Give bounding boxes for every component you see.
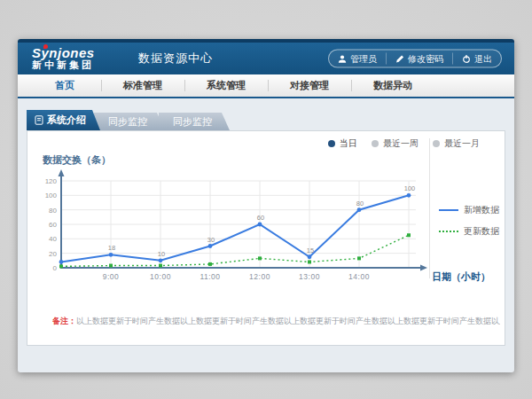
chart-panel: 当日 最近一周 最近一月 数据交换（条） 0204060801001209:00…	[27, 130, 505, 346]
document-icon	[35, 115, 43, 125]
svg-text:13:00: 13:00	[299, 272, 320, 281]
legend-updated-data[interactable]: 更新数据	[439, 225, 499, 238]
tab-sync-monitor-2[interactable]: 同步监控	[159, 113, 230, 130]
svg-text:30: 30	[207, 236, 215, 244]
company-logo: Synjones 新中新集团	[32, 46, 124, 70]
filter-today-label: 当日	[340, 137, 357, 150]
nav-item-standard-mgmt[interactable]: 标准管理	[101, 74, 184, 97]
change-password-button[interactable]: 修改密码	[386, 53, 452, 65]
current-user-label: 管理员	[350, 52, 377, 65]
page-title: 数据资源中心	[138, 51, 213, 66]
main-nav: 首页 标准管理 系统管理 对接管理 数据异动	[18, 74, 514, 98]
user-menu: 管理员 修改密码 退出	[328, 50, 502, 68]
user-icon	[338, 54, 347, 63]
tab-system-intro-label: 系统介绍	[47, 113, 86, 127]
svg-text:120: 120	[45, 177, 58, 185]
svg-text:14:00: 14:00	[348, 272, 370, 281]
tab-system-intro[interactable]: 系统介绍	[27, 110, 100, 130]
legend-updated-data-label: 更新数据	[464, 225, 499, 238]
filter-last-month-label: 最近一月	[444, 137, 480, 150]
radio-dot	[372, 140, 379, 147]
svg-text:80: 80	[49, 207, 57, 215]
app-header: Synjones 新中新集团 数据资源中心 管理员 修改密码 退出	[18, 39, 514, 74]
svg-text:80: 80	[356, 200, 364, 207]
svg-text:9:00: 9:00	[103, 272, 120, 281]
legend-divider	[429, 138, 430, 278]
filter-today[interactable]: 当日	[328, 137, 357, 150]
svg-text:18: 18	[108, 244, 115, 252]
tab-sync-monitor-1[interactable]: 同步监控	[94, 113, 165, 130]
dotted-line-swatch	[439, 231, 458, 232]
tab-bar: 系统介绍 同步监控 同步监控	[27, 98, 505, 130]
line-chart: 0204060801001209:0010:0011:0012:0013:001…	[36, 168, 453, 284]
filter-last-week-label: 最近一周	[383, 137, 419, 150]
nav-item-home[interactable]: 首页	[28, 74, 101, 97]
filter-last-month[interactable]: 最近一月	[433, 137, 480, 150]
tab-sync-monitor-1-label: 同步监控	[108, 115, 147, 129]
footnote: 备注：以上数据更新于时间产生数据以上数据更新于时间产生数据以上数据更新于时间产生…	[52, 316, 500, 327]
svg-text:100: 100	[404, 184, 416, 192]
footnote-label: 备注：	[52, 317, 76, 325]
solid-line-swatch	[439, 209, 458, 211]
svg-text:20: 20	[49, 250, 57, 258]
nav-item-data-changes[interactable]: 数据异动	[351, 74, 434, 97]
svg-text:60: 60	[257, 214, 264, 222]
legend-new-data[interactable]: 新增数据	[439, 204, 499, 216]
change-password-label: 修改密码	[408, 52, 443, 65]
tab-sync-monitor-2-label: 同步监控	[173, 115, 212, 129]
svg-text:0: 0	[53, 264, 58, 272]
legend-new-data-label: 新增数据	[464, 204, 499, 216]
radio-dot-selected	[328, 140, 335, 147]
x-axis-title: 日期（小时）	[432, 270, 490, 284]
svg-text:10:00: 10:00	[150, 272, 171, 281]
svg-text:15: 15	[307, 246, 314, 254]
nav-item-integration-mgmt[interactable]: 对接管理	[268, 74, 351, 97]
svg-text:10: 10	[158, 250, 165, 258]
nav-item-system-mgmt[interactable]: 系统管理	[184, 74, 268, 97]
power-icon	[462, 54, 471, 63]
svg-text:11:00: 11:00	[200, 272, 220, 281]
chart-legend: 新增数据 更新数据	[439, 204, 499, 238]
app-window: Synjones 新中新集团 数据资源中心 管理员 修改密码 退出 首页 标准管…	[18, 39, 514, 372]
content-area: 系统介绍 同步监控 同步监控 当日 最近一周	[18, 98, 514, 371]
logout-button[interactable]: 退出	[452, 53, 501, 65]
current-user[interactable]: 管理员	[329, 53, 386, 65]
y-axis-title: 数据交换（条）	[43, 153, 111, 167]
svg-text:100: 100	[45, 192, 58, 200]
logo-company: 新中新集团	[32, 60, 124, 71]
edit-icon	[395, 54, 404, 63]
filter-last-week[interactable]: 最近一周	[372, 137, 419, 150]
svg-text:60: 60	[49, 221, 57, 229]
logout-label: 退出	[474, 52, 492, 65]
period-filter: 当日 最近一周 最近一月	[328, 137, 480, 150]
svg-text:40: 40	[49, 235, 57, 243]
footnote-text: 以上数据更新于时间产生数据以上数据更新于时间产生数据以上数据更新于时间产生数据以…	[76, 317, 500, 325]
radio-dot	[433, 140, 440, 147]
svg-text:12:00: 12:00	[249, 272, 270, 281]
